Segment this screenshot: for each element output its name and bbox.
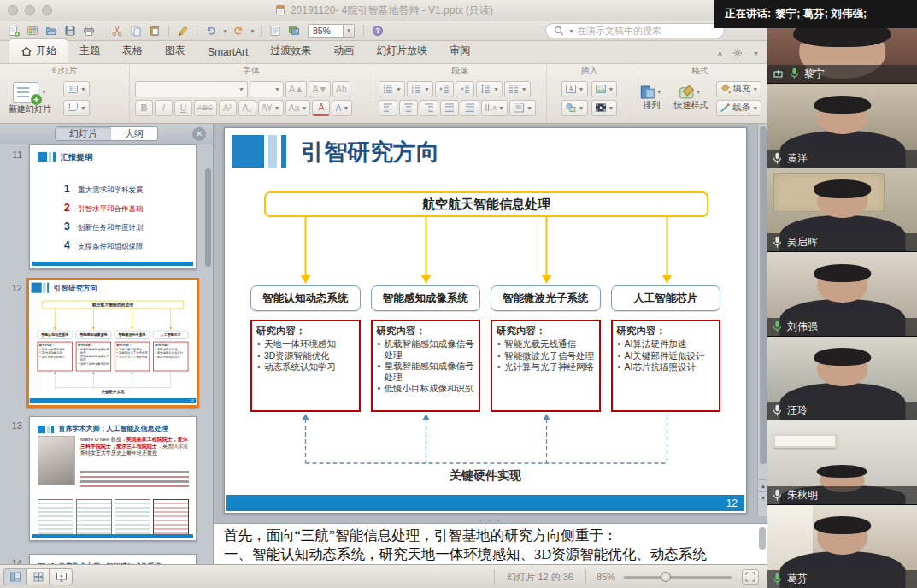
undo-icon[interactable] xyxy=(203,23,220,39)
participant-video-tile[interactable]: 汪玲 xyxy=(767,337,917,420)
save-icon[interactable] xyxy=(62,23,79,39)
font-name-combo[interactable]: ▼ xyxy=(135,81,248,97)
collapse-ribbon-icon[interactable]: ∧ xyxy=(717,49,723,58)
italic-button[interactable]: I xyxy=(155,100,173,116)
search-scope-dropdown[interactable]: ▼ xyxy=(568,28,574,34)
align-left-button[interactable] xyxy=(379,100,397,116)
zoom-dropdown[interactable]: ▼ xyxy=(344,24,355,38)
close-window-button[interactable] xyxy=(8,5,18,15)
superscript-button[interactable]: A² xyxy=(219,100,237,116)
close-panel-icon[interactable]: ✕ xyxy=(192,127,206,141)
thumbnail-slide-14[interactable]: 首席学术大师：智能感知成像系统 Otmar Loffeld 教授，德国电子信息协… xyxy=(29,554,197,564)
editor-scrollbar-thumb[interactable] xyxy=(760,126,767,464)
distribute-text-button[interactable] xyxy=(461,100,479,116)
zoom-value-field[interactable]: 85% xyxy=(308,24,344,38)
current-slide[interactable]: 引智研究方向 航空航天智能信息处理 xyxy=(224,127,747,514)
font-color-button[interactable]: A xyxy=(312,100,330,116)
normal-view-button[interactable] xyxy=(3,568,26,585)
zoom-window-button[interactable] xyxy=(42,5,52,15)
insert-media-button[interactable]: ▼ xyxy=(591,100,618,116)
insert-textbox-button[interactable]: A▼ xyxy=(561,81,588,97)
decrease-indent-button[interactable] xyxy=(435,81,454,97)
align-center-button[interactable] xyxy=(399,100,418,116)
help-icon[interactable]: ? xyxy=(369,23,386,39)
speaker-notes[interactable]: 首先，面向“三航”智能信息处理，引智基地的研究方向侧重于： 一、智能认知动态系统… xyxy=(214,523,767,564)
zoom-slider-knob[interactable] xyxy=(661,572,671,582)
vertical-align-button[interactable]: ▼ xyxy=(509,100,536,116)
arrange-button[interactable]: ▼ 排列 xyxy=(638,86,666,111)
redo-icon[interactable] xyxy=(230,23,247,39)
media-gallery-icon[interactable] xyxy=(24,23,41,39)
tab-transitions[interactable]: 过渡效果 xyxy=(259,39,322,63)
format-painter-icon[interactable] xyxy=(174,23,191,39)
quick-styles-button[interactable]: ▼ 快速样式 xyxy=(670,86,711,111)
participant-video-tile[interactable]: 刘伟强 xyxy=(767,252,917,335)
numbering-button[interactable]: ▼ xyxy=(407,81,433,97)
notes-splitter-handle[interactable]: ● ● ● xyxy=(214,516,767,523)
copy-icon[interactable] xyxy=(127,23,144,39)
new-slide-button[interactable]: +▼ 新建幻灯片 xyxy=(5,82,55,115)
media-browser-icon[interactable] xyxy=(285,23,303,39)
zoom-slider[interactable] xyxy=(624,569,732,585)
tab-tables[interactable]: 表格 xyxy=(111,39,154,63)
underline-button[interactable]: U xyxy=(174,100,192,116)
open-icon[interactable] xyxy=(43,23,60,39)
change-case-button[interactable]: Aa▼ xyxy=(285,100,311,116)
ribbon-settings-dropdown[interactable]: ▼ xyxy=(753,50,759,56)
grow-font-button[interactable]: A▲ xyxy=(285,81,307,97)
line-spacing-button[interactable]: ▼ xyxy=(476,81,503,97)
bullets-button[interactable]: ▼ xyxy=(379,81,405,97)
slideshow-view-button[interactable] xyxy=(50,568,73,585)
participant-video-tile[interactable]: 朱秋明 xyxy=(767,420,917,503)
notes-scrollbar-thumb[interactable] xyxy=(759,527,766,550)
editor-scrollbar[interactable]: ▲ ▼ xyxy=(757,124,767,516)
tab-animations[interactable]: 动画 xyxy=(322,39,365,63)
insert-shape-button[interactable]: ▼ xyxy=(561,100,588,116)
thumbnail-slide-11[interactable]: 汇报提纲 1重大需求和学科发展 2引智水平和合作基础 3创新任务和年度计划 4支… xyxy=(29,144,197,269)
cut-icon[interactable] xyxy=(109,23,126,39)
bold-button[interactable]: B xyxy=(135,100,153,116)
align-right-button[interactable] xyxy=(420,100,438,116)
lines-button[interactable]: 线条▼ xyxy=(716,100,761,116)
shrink-font-button[interactable]: A▼ xyxy=(309,81,330,97)
minimize-window-button[interactable] xyxy=(25,5,35,15)
tab-home[interactable]: 开始 xyxy=(9,38,68,63)
redo-dropdown[interactable]: ▼ xyxy=(250,28,256,34)
new-slide-icon[interactable] xyxy=(5,23,22,39)
thumbnail-slide-13[interactable]: 首席学术大师：人工智能及信息处理 Maire O'Neill 教授，英国皇家工程… xyxy=(29,416,197,541)
tab-review[interactable]: 审阅 xyxy=(438,39,481,63)
fit-slide-button[interactable] xyxy=(742,569,759,585)
thumbnail-scrollbar[interactable] xyxy=(205,168,211,267)
font-size-combo[interactable]: ▼ xyxy=(250,81,284,97)
tab-smartart[interactable]: SmartArt xyxy=(197,42,259,63)
format-panel-icon[interactable] xyxy=(267,23,284,39)
insert-picture-button[interactable]: ▼ xyxy=(591,81,618,97)
participant-video-tile[interactable]: 吴启晖 xyxy=(767,168,917,251)
slide-section-button[interactable]: ▼ xyxy=(63,100,90,116)
participant-video-tile[interactable]: 黄洋 xyxy=(767,84,917,167)
text-effects-button[interactable]: AY▼ xyxy=(258,100,284,116)
tab-outline-view[interactable]: 大纲 xyxy=(111,127,157,140)
participant-video-tile[interactable]: 葛芬 xyxy=(767,505,917,588)
tab-slides-view[interactable]: 幻灯片 xyxy=(56,127,111,140)
slide-sorter-view-button[interactable] xyxy=(26,568,50,585)
clear-formatting-button[interactable]: Ab xyxy=(332,81,350,97)
slide-layout-button[interactable]: ▼ xyxy=(63,81,90,97)
text-outline-button[interactable]: A▼ xyxy=(332,100,352,116)
fill-button[interactable]: 填充▼ xyxy=(716,81,761,97)
paste-icon[interactable] xyxy=(146,23,163,39)
text-direction-button[interactable]: A▼ xyxy=(481,100,508,116)
justify-button[interactable] xyxy=(440,100,459,116)
tab-charts[interactable]: 图表 xyxy=(154,39,197,63)
ribbon-settings-gear-icon[interactable] xyxy=(732,47,744,59)
subscript-button[interactable]: A₂ xyxy=(238,100,256,116)
undo-dropdown[interactable]: ▼ xyxy=(222,28,228,34)
columns-button[interactable]: ▼ xyxy=(504,81,531,97)
thumbnail-slide-12-selected[interactable]: 引智研究方向 航空航天智能信息处理 xyxy=(26,278,199,408)
print-icon[interactable] xyxy=(80,23,97,39)
strikethrough-button[interactable]: ABC xyxy=(194,100,217,116)
tab-slideshow[interactable]: 幻灯片放映 xyxy=(365,39,438,63)
search-input[interactable]: ▼ 在演示文稿中的搜索 xyxy=(545,23,725,38)
tab-themes[interactable]: 主题 xyxy=(68,39,111,63)
increase-indent-button[interactable] xyxy=(456,81,474,97)
